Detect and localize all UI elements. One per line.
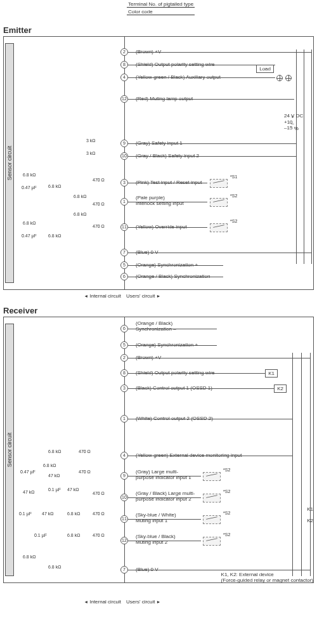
receiver-terminal-10: 10 <box>120 494 128 501</box>
emitter-line-t4 <box>128 77 275 78</box>
receiver-terminal-1: 1 <box>120 415 128 423</box>
emitter-terminal-11: 11 <box>120 223 128 231</box>
receiver-terminal-6: 6 <box>120 325 128 332</box>
rcv-r47k-2: 47 kΩ <box>23 490 34 494</box>
receiver-bus-v3 <box>310 353 311 576</box>
rcv-r47k-4: 47 kΩ <box>42 511 53 516</box>
rcv-line-t3 <box>128 388 283 389</box>
rcv-r470-1: 470 Ω <box>79 449 91 454</box>
receiver-footer: Internal circuit Users' circuit <box>3 599 314 605</box>
emitter-c047-1: 0.47 µF <box>22 185 37 190</box>
receiver-diagram: Sensor circuit 6 (Orange / Black) Synchr… <box>3 317 314 583</box>
rcv-line-t6 <box>128 329 217 329</box>
emitter-terminal-5: 5 <box>120 261 128 269</box>
emitter-terminal-10: 10 <box>120 152 128 160</box>
receiver-section: Receiver Sensor circuit 6 (Orange / Blac… <box>3 306 314 583</box>
rcv-r68k-2: 6.8 kΩ <box>43 463 56 468</box>
emitter-line-t8 <box>128 65 275 65</box>
receiver-k1-box: K1 <box>265 369 278 378</box>
rcv-r68k-5: 6.8 kΩ <box>23 555 36 559</box>
emitter-line-t7 <box>128 253 312 253</box>
receiver-terminal-2: 2 <box>120 354 128 362</box>
rcv-line-t8 <box>128 373 275 374</box>
receiver-users-label: Users' circuit <box>124 599 163 605</box>
lamp1-icon <box>276 75 283 81</box>
emitter-load-box: Load <box>256 65 274 73</box>
header-annotations: Terminal No. of pigtailed type Color cod… <box>127 1 195 16</box>
emitter-line-t2 <box>128 52 312 53</box>
emitter-dc-pct: % <box>294 125 299 131</box>
rcv-r470-3: 470 Ω <box>93 491 105 496</box>
rcv-contact-k2: K2 <box>307 518 313 524</box>
emitter-bus-v3 <box>311 49 312 264</box>
emitter-line-t9 <box>128 143 297 144</box>
emitter-wire-interlock: (Pale purple) Interlock setting input <box>136 195 184 207</box>
emitter-terminal-12: 12 <box>120 95 128 103</box>
emitter-switch-s1 <box>210 179 228 188</box>
rcv-c01-2: 0.1 µF <box>19 511 32 516</box>
rcv-switch-2-tag: *S2 <box>223 489 230 494</box>
emitter-switch-s2b <box>210 223 228 232</box>
emitter-terminal-1: 1 <box>120 198 128 206</box>
emitter-r470-2: 470 Ω <box>93 202 105 206</box>
emitter-bus-v2 <box>304 49 304 264</box>
rcv-line-t12 <box>128 541 201 541</box>
rcv-c047-1: 0.47 µF <box>20 470 36 474</box>
receiver-wire-muting1: (Sky-blue / White) Muting input 1 <box>136 513 176 524</box>
rcv-line-t1 <box>128 419 293 419</box>
rcv-r68k-6: 6.8 kΩ <box>48 565 61 569</box>
rcv-line-t11 <box>128 519 201 520</box>
emitter-terminal-6: 6 <box>120 273 128 280</box>
emitter-r68k-3: 6.8 kΩ <box>74 194 86 199</box>
emitter-switch-s1-tag: *S1 <box>230 174 237 179</box>
rcv-line-t10 <box>128 497 201 498</box>
emitter-line-t5 <box>128 265 223 266</box>
rcv-r47k-3: 47 kΩ <box>67 487 79 492</box>
color-code-label: Color code <box>127 9 195 15</box>
emitter-r470-1: 470 Ω <box>93 178 105 182</box>
emitter-line-t1 <box>128 202 207 202</box>
rcv-line-t9 <box>128 476 201 476</box>
rcv-switch-1-tag: *S2 <box>223 468 230 472</box>
rcv-switch-4-tag: *S2 <box>223 532 230 537</box>
emitter-line-t6 <box>128 277 223 277</box>
emitter-terminal-3: 3 <box>120 179 128 187</box>
emitter-r470-3: 470 Ω <box>93 224 105 228</box>
emitter-dc-block: 24 V DC +10 –15 % <box>284 113 317 131</box>
emitter-dc-value: 24 V DC <box>284 113 303 119</box>
rcv-switch-4 <box>203 537 221 546</box>
rcv-c01-1: 0.1 µF <box>48 487 61 492</box>
emitter-line-t12 <box>128 99 294 100</box>
receiver-terminal-12: 12 <box>120 537 128 544</box>
emitter-r68k-4: 6.8 kΩ <box>74 212 86 216</box>
rcv-line-t5 <box>128 345 217 346</box>
rcv-r68k-1: 6.8 kΩ <box>48 449 61 454</box>
emitter-switch-s2a-tag: *S2 <box>230 194 237 198</box>
receiver-k2-box: K2 <box>274 384 287 393</box>
receiver-terminal-3: 3 <box>120 384 128 392</box>
lamp2-icon <box>285 75 292 81</box>
emitter-sensor-bar: Sensor circuit <box>5 43 14 283</box>
receiver-sensor-label: Sensor circuit <box>6 433 13 468</box>
emitter-r68k-2: 6.8 kΩ <box>48 184 61 188</box>
emitter-terminal-4: 4 <box>120 74 128 81</box>
emitter-terminal-8: 8 <box>120 61 128 69</box>
receiver-wire-mpi1: (Gray) Large multi- purpose indicator in… <box>136 470 191 481</box>
receiver-terminal-5: 5 <box>120 341 128 349</box>
rcv-switch-2 <box>203 494 221 503</box>
rcv-line-t4 <box>128 456 293 456</box>
rcv-line-t2 <box>128 358 311 358</box>
receiver-internal-label: Internal circuit <box>3 599 124 605</box>
rcv-r470-4: 470 Ω <box>93 511 105 516</box>
receiver-wire-mpi2: (Gray / Black) Large multi- purpose indi… <box>136 491 195 503</box>
emitter-line-t10 <box>128 156 297 157</box>
receiver-terminal-8: 8 <box>120 369 128 377</box>
receiver-terminal-9: 9 <box>120 472 128 480</box>
emitter-r3k-1: 3 kΩ <box>86 138 96 143</box>
receiver-terminal-7: 7 <box>120 566 128 574</box>
emitter-terminal-2: 2 <box>120 48 128 56</box>
receiver-wire-muting2: (Sky-blue / Black) Muting input 2 <box>136 534 176 546</box>
receiver-terminal-4: 4 <box>120 452 128 459</box>
receiver-bus-v2 <box>301 353 302 576</box>
emitter-diagram: Sensor circuit 2 (Brown) +V 8 (Shield) O… <box>3 36 314 290</box>
